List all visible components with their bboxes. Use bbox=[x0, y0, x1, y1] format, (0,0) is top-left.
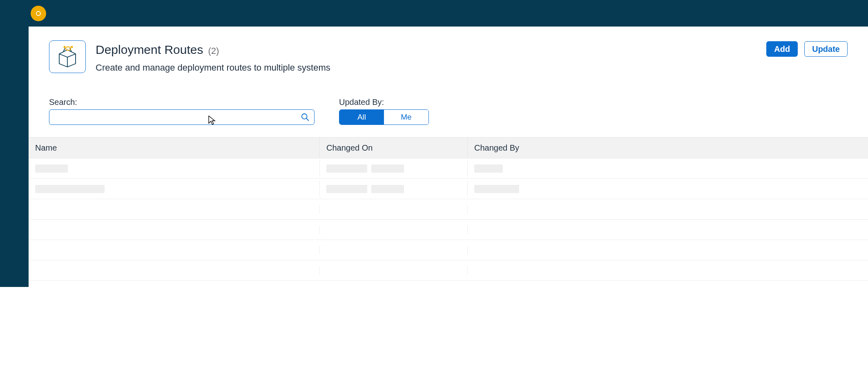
placeholder-cell bbox=[35, 185, 105, 193]
search-icon[interactable] bbox=[296, 113, 314, 122]
toggle-me[interactable]: Me bbox=[384, 110, 428, 124]
column-header-changed-on[interactable]: Changed On bbox=[320, 138, 468, 158]
placeholder-cell bbox=[474, 164, 503, 173]
topbar bbox=[0, 0, 868, 27]
svg-line-5 bbox=[306, 118, 308, 120]
deployment-routes-icon bbox=[49, 40, 86, 73]
main-content: Deployment Routes (2) Create and manage … bbox=[29, 27, 868, 287]
update-button[interactable]: Update bbox=[804, 41, 848, 57]
table-row bbox=[29, 260, 868, 281]
table-row bbox=[29, 199, 868, 220]
table-row bbox=[29, 220, 868, 240]
svg-point-2 bbox=[64, 46, 66, 48]
page-count: (2) bbox=[208, 46, 219, 56]
side-rail bbox=[0, 27, 29, 287]
updated-by-label: Updated By: bbox=[339, 98, 429, 107]
page-title: Deployment Routes bbox=[96, 43, 203, 57]
search-box[interactable] bbox=[49, 109, 315, 125]
profile-avatar[interactable] bbox=[31, 6, 46, 21]
placeholder-cell bbox=[326, 185, 367, 193]
add-button[interactable]: Add bbox=[766, 41, 798, 57]
results-table: Name Changed On Changed By bbox=[29, 137, 868, 281]
updated-by-toggle: All Me bbox=[339, 109, 429, 125]
placeholder-cell bbox=[371, 164, 404, 173]
toggle-all[interactable]: All bbox=[339, 110, 384, 124]
table-row[interactable] bbox=[29, 158, 868, 179]
placeholder-cell bbox=[371, 185, 404, 193]
column-header-changed-by[interactable]: Changed By bbox=[468, 138, 868, 158]
placeholder-cell bbox=[35, 164, 68, 173]
svg-point-0 bbox=[36, 11, 40, 16]
page-subtitle: Create and manage deployment routes to m… bbox=[96, 62, 330, 73]
search-label: Search: bbox=[49, 98, 315, 107]
table-row bbox=[29, 240, 868, 260]
table-header: Name Changed On Changed By bbox=[29, 137, 868, 158]
svg-point-3 bbox=[71, 46, 73, 48]
search-input[interactable] bbox=[49, 113, 296, 122]
column-header-name[interactable]: Name bbox=[29, 138, 320, 158]
placeholder-cell bbox=[474, 185, 519, 193]
circle-icon bbox=[35, 10, 42, 17]
placeholder-cell bbox=[326, 164, 367, 173]
table-row[interactable] bbox=[29, 179, 868, 199]
